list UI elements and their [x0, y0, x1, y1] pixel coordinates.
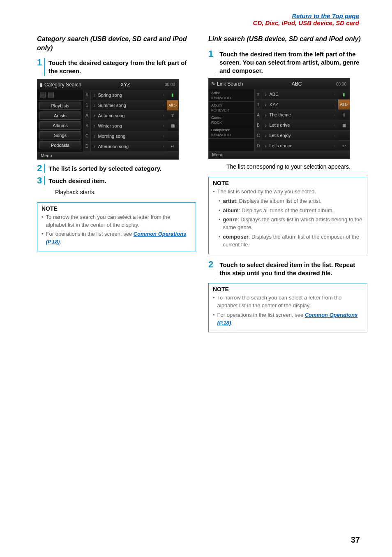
link-icon: ✎	[211, 81, 215, 87]
step-text: Touch the desired item from the left par…	[219, 49, 367, 75]
note-text: album: Displays all tunes of the current…	[223, 207, 334, 215]
left-icon-row	[37, 90, 83, 101]
chevron-icon: ‹	[163, 113, 164, 118]
meta-genre[interactable]: GenreROCK	[209, 114, 254, 126]
song-list: ♪ABC‹ ♪XYZ‹ ♪The theme‹ ♪Let's drive‹ ♪L…	[262, 89, 338, 151]
time-display: 00:00	[336, 82, 347, 86]
now-playing-title: ABC	[257, 81, 336, 87]
chevron-icon: ‹	[334, 133, 336, 138]
meta-album[interactable]: AlbumFOREVER	[209, 102, 254, 114]
alpha-item[interactable]: B	[255, 120, 262, 130]
alpha-list[interactable]: # 1 A B C D	[255, 89, 262, 151]
link-search-title: Link search (USB device, SD card and iPo…	[208, 35, 367, 44]
play-button[interactable]: ▮	[167, 90, 178, 100]
back-button[interactable]: ↩	[167, 142, 178, 152]
note-title: NOTE	[209, 177, 367, 188]
alpha-item[interactable]: D	[83, 142, 90, 152]
note-text: composer: Displays the album list of the…	[223, 233, 363, 249]
music-note-icon: ♪	[93, 123, 96, 128]
category-search-title: Category search (USB device, SD card and…	[37, 35, 196, 52]
grid-button[interactable]: ▦	[167, 121, 178, 131]
left-step-1: 1 Touch the desired category from the le…	[37, 58, 196, 76]
link-search-screenshot: ✎ Link Search ABC 00:00 ArtistKENWOOD Al…	[208, 78, 350, 159]
music-icon[interactable]	[48, 93, 54, 97]
blank-button	[338, 130, 350, 141]
step-number: 1	[37, 58, 42, 67]
left-step-2: 2 The list is sorted by selected categor…	[37, 164, 196, 173]
alpha-item[interactable]: 1	[83, 100, 90, 111]
all-button[interactable]: All ▷	[338, 100, 350, 110]
meta-composer[interactable]: ComporserKENWOOD	[209, 126, 254, 139]
screen-label: Category Search	[44, 82, 81, 88]
list-item[interactable]: ♪Morning song‹	[91, 131, 167, 142]
category-search-screenshot: ▮ Category Search XYZ 00:00 PlayLists Ar…	[37, 79, 179, 160]
alpha-item[interactable]: B	[83, 121, 90, 131]
up-button[interactable]: ⇧	[338, 110, 350, 120]
menu-button[interactable]: Menu	[37, 152, 178, 159]
meta-artist[interactable]: ArtistKENWOOD	[209, 89, 254, 102]
chevron-icon: ‹	[163, 123, 164, 128]
step-subtext: Playback starts.	[55, 188, 196, 197]
cat-songs[interactable]: Songs	[39, 131, 81, 139]
alpha-item[interactable]: C	[83, 131, 90, 142]
screen-label: Link Search	[217, 81, 243, 87]
alpha-list[interactable]: # 1 A B C D	[83, 90, 91, 152]
list-item[interactable]: ♪Spring song‹	[91, 90, 167, 100]
music-note-icon: ♪	[265, 112, 267, 117]
play-button[interactable]: ▮	[338, 89, 350, 100]
chevron-icon: ‹	[163, 144, 164, 149]
right-step-2: 2 Touch to select desired item in the li…	[208, 260, 367, 278]
all-button[interactable]: All ▷	[167, 100, 178, 111]
grid-button[interactable]: ▦	[338, 120, 350, 130]
list-item[interactable]: ♪Winter song‹	[91, 121, 167, 131]
breadcrumb: CD, Disc, iPod, USB device, SD card	[253, 19, 359, 26]
list-item[interactable]: ♪Let's drive‹	[262, 120, 338, 130]
list-item[interactable]: ♪ABC‹	[262, 89, 338, 100]
list-item[interactable]: ♪XYZ‹	[262, 100, 338, 110]
back-button[interactable]: ↩	[338, 141, 350, 151]
cat-albums[interactable]: Albums	[39, 121, 81, 130]
alpha-item[interactable]: #	[255, 89, 262, 100]
list-item[interactable]: ♪Let's enjoy‹	[262, 130, 338, 141]
step-subtext: The list corresponding to your selection…	[226, 163, 367, 171]
music-note-icon: ♪	[265, 133, 267, 138]
right-buttons: ▮ All ▷ ⇧ ▦ ↩	[338, 89, 350, 151]
step-text: Touch the desired category from the left…	[48, 58, 196, 76]
note-text: For operations in the list screen, see C…	[217, 311, 363, 327]
alpha-item[interactable]: D	[255, 141, 262, 151]
step-number: 2	[208, 260, 213, 269]
list-item[interactable]: ♪Autumn song‹	[91, 111, 167, 121]
note-box: NOTE •The list is sorted by the way you …	[208, 177, 367, 254]
chevron-icon: ‹	[334, 123, 336, 128]
chevron-icon: ‹	[334, 113, 336, 117]
alpha-item[interactable]: C	[255, 130, 262, 141]
alpha-item[interactable]: A	[83, 111, 90, 121]
list-item[interactable]: ♪Summer song‹	[91, 100, 167, 111]
note-text: genre: Displays the artists list in whic…	[223, 216, 363, 232]
up-button[interactable]: ⇧	[167, 111, 178, 121]
alpha-item[interactable]: #	[83, 90, 90, 100]
step-number: 1	[208, 49, 213, 58]
folder-icon[interactable]	[40, 93, 46, 97]
alpha-item[interactable]: A	[255, 110, 262, 120]
chevron-icon: ‹	[334, 102, 336, 107]
menu-button[interactable]: Menu	[209, 151, 350, 158]
step-text: Touch to select desired item in the list…	[219, 260, 367, 278]
alpha-item[interactable]: 1	[255, 100, 262, 110]
music-note-icon: ♪	[265, 102, 267, 107]
cat-artists[interactable]: Artists	[39, 111, 81, 120]
music-note-icon: ♪	[93, 134, 96, 139]
page-number: 37	[351, 535, 360, 545]
cat-playlists[interactable]: PlayLists	[39, 102, 81, 110]
top-page-link[interactable]: Return to the Top page	[0, 12, 359, 19]
list-item[interactable]: ♪Afternoon song‹	[91, 142, 167, 152]
cat-podcasts[interactable]: Podcasts	[39, 141, 81, 149]
time-display: 00:00	[165, 82, 176, 87]
music-note-icon: ♪	[93, 103, 96, 108]
list-item[interactable]: ♪The theme‹	[262, 110, 338, 120]
music-note-icon: ♪	[93, 144, 96, 149]
step-text: The list is sorted by selected category.	[48, 164, 161, 173]
list-item[interactable]: ♪Let's dance‹	[262, 141, 338, 151]
note-box: NOTE •To narrow the search you can selec…	[208, 283, 367, 332]
blank-button	[167, 131, 178, 142]
